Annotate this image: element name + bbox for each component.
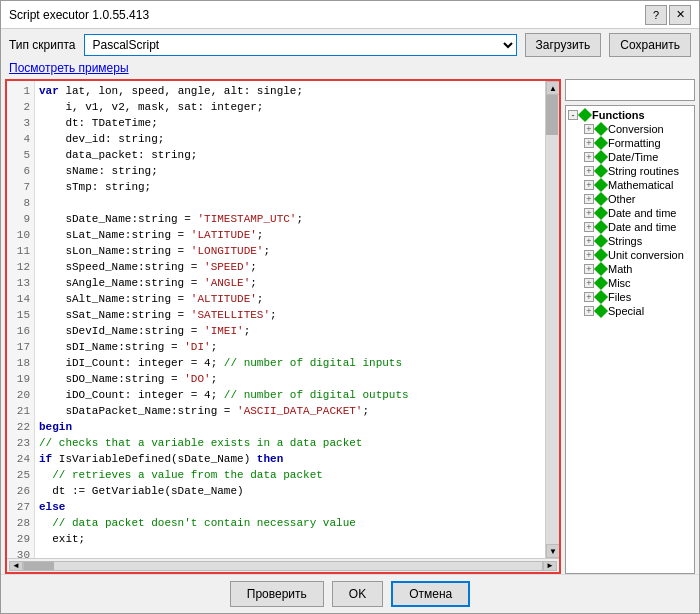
tree-item-other[interactable]: + Other	[584, 192, 692, 206]
expand-icon[interactable]: +	[584, 292, 594, 302]
scroll-track-horizontal[interactable]	[23, 561, 543, 571]
files-icon	[594, 290, 608, 304]
tree-item-date-and-time1[interactable]: + Date and time	[584, 206, 692, 220]
tree-item-datetime[interactable]: + Date/Time	[584, 150, 692, 164]
datetime-icon	[594, 150, 608, 164]
code-line: if IsVariableDefined(sDate_Name) then	[39, 451, 541, 467]
tree-root-functions[interactable]: - Functions	[568, 108, 692, 122]
main-window: Script executor 1.0.55.413 ? ✕ Тип скрип…	[0, 0, 700, 614]
window-title: Script executor 1.0.55.413	[9, 8, 149, 22]
line-numbers: 12345 678910 1112131415 1617181920 21222…	[7, 81, 35, 558]
code-line: dt := GetVariable(sDate_Name)	[39, 483, 541, 499]
right-panel: 🔍 - Functions + Conversion +	[565, 79, 695, 574]
close-button[interactable]: ✕	[669, 5, 691, 25]
code-line: dev_id: string;	[39, 131, 541, 147]
expand-icon[interactable]: +	[584, 166, 594, 176]
tree-item-unit-conversion[interactable]: + Unit conversion	[584, 248, 692, 262]
math-icon	[594, 262, 608, 276]
code-line	[39, 547, 541, 558]
code-line: sSpeed_Name:string = 'SPEED';	[39, 259, 541, 275]
scroll-up-arrow[interactable]: ▲	[546, 81, 559, 95]
help-button[interactable]: ?	[645, 5, 667, 25]
expand-icon[interactable]: +	[584, 180, 594, 190]
functions-diamond-icon	[578, 108, 592, 122]
code-line: sLat_Name:string = 'LATITUDE';	[39, 227, 541, 243]
tree-label: Unit conversion	[608, 249, 684, 261]
tree-children: + Conversion + Formatting + Date/Time	[568, 122, 692, 318]
code-line: sLon_Name:string = 'LONGITUDE';	[39, 243, 541, 259]
script-type-label: Тип скрипта	[9, 38, 76, 52]
tree-item-mathematical[interactable]: + Mathematical	[584, 178, 692, 192]
code-line: sAlt_Name:string = 'ALTITUDE';	[39, 291, 541, 307]
search-input[interactable]	[568, 84, 699, 96]
tree-item-misc[interactable]: + Misc	[584, 276, 692, 290]
expand-icon[interactable]: +	[584, 250, 594, 260]
unit-conversion-icon	[594, 248, 608, 262]
examples-link[interactable]: Посмотреть примеры	[9, 61, 129, 75]
tree-label: Misc	[608, 277, 631, 289]
code-line: // data packet doesn't contain necessary…	[39, 515, 541, 531]
horizontal-scrollbar[interactable]: ◄ ►	[7, 558, 559, 572]
expand-icon[interactable]: +	[584, 152, 594, 162]
expand-icon[interactable]: +	[584, 208, 594, 218]
vertical-scrollbar[interactable]: ▲ ▼	[545, 81, 559, 558]
check-button[interactable]: Проверить	[230, 581, 324, 607]
tree-label: Math	[608, 263, 632, 275]
tree-label: Other	[608, 193, 636, 205]
code-line: data_packet: string;	[39, 147, 541, 163]
mathematical-icon	[594, 178, 608, 192]
scroll-thumb-vertical[interactable]	[546, 95, 558, 135]
expand-icon[interactable]: +	[584, 138, 594, 148]
expand-icon[interactable]: +	[584, 222, 594, 232]
conversion-icon	[594, 122, 608, 136]
code-line: sDataPacket_Name:string = 'ASCII_DATA_PA…	[39, 403, 541, 419]
code-line: begin	[39, 419, 541, 435]
tree-label: Conversion	[608, 123, 664, 135]
script-type-select[interactable]: PascalScript	[84, 34, 517, 56]
tree-label: Date and time	[608, 207, 676, 219]
expand-icon[interactable]: +	[584, 194, 594, 204]
string-routines-icon	[594, 164, 608, 178]
code-line: iDI_Count: integer = 4; // number of dig…	[39, 355, 541, 371]
cancel-button[interactable]: Отмена	[391, 581, 470, 607]
tree-item-formatting[interactable]: + Formatting	[584, 136, 692, 150]
code-line	[39, 195, 541, 211]
code-line: sSat_Name:string = 'SATELLITES';	[39, 307, 541, 323]
code-line: sDate_Name:string = 'TIMESTAMP_UTC';	[39, 211, 541, 227]
date-time1-icon	[594, 206, 608, 220]
scroll-track-vertical[interactable]	[546, 95, 559, 544]
expand-icon[interactable]: +	[584, 236, 594, 246]
link-row: Посмотреть примеры	[1, 61, 699, 79]
load-button[interactable]: Загрузить	[525, 33, 602, 57]
formatting-icon	[594, 136, 608, 150]
tree-item-math[interactable]: + Math	[584, 262, 692, 276]
expand-icon[interactable]: +	[584, 306, 594, 316]
expand-icon[interactable]: +	[584, 278, 594, 288]
code-line: iDO_Count: integer = 4; // number of dig…	[39, 387, 541, 403]
save-button[interactable]: Сохранить	[609, 33, 691, 57]
scroll-right-arrow[interactable]: ►	[543, 561, 557, 571]
expand-icon[interactable]: -	[568, 110, 578, 120]
functions-tree[interactable]: - Functions + Conversion + Formatting	[565, 105, 695, 574]
main-area: 12345 678910 1112131415 1617181920 21222…	[1, 79, 699, 574]
tree-item-strings[interactable]: + Strings	[584, 234, 692, 248]
tree-label: Date/Time	[608, 151, 658, 163]
code-line: else	[39, 499, 541, 515]
ok-button[interactable]: OK	[332, 581, 383, 607]
tree-label: Files	[608, 291, 631, 303]
tree-item-date-and-time2[interactable]: + Date and time	[584, 220, 692, 234]
code-editor[interactable]: var lat, lon, speed, angle, alt: single;…	[35, 81, 545, 558]
code-panel: 12345 678910 1112131415 1617181920 21222…	[5, 79, 561, 574]
tree-item-string-routines[interactable]: + String routines	[584, 164, 692, 178]
expand-icon[interactable]: +	[584, 124, 594, 134]
tree-item-files[interactable]: + Files	[584, 290, 692, 304]
tree-item-special[interactable]: + Special	[584, 304, 692, 318]
expand-icon[interactable]: +	[584, 264, 594, 274]
code-line: sName: string;	[39, 163, 541, 179]
tree-item-conversion[interactable]: + Conversion	[584, 122, 692, 136]
scroll-thumb-horizontal[interactable]	[24, 562, 54, 570]
code-line: sAngle_Name:string = 'ANGLE';	[39, 275, 541, 291]
scroll-left-arrow[interactable]: ◄	[9, 561, 23, 571]
tree-label: Formatting	[608, 137, 661, 149]
scroll-down-arrow[interactable]: ▼	[546, 544, 559, 558]
